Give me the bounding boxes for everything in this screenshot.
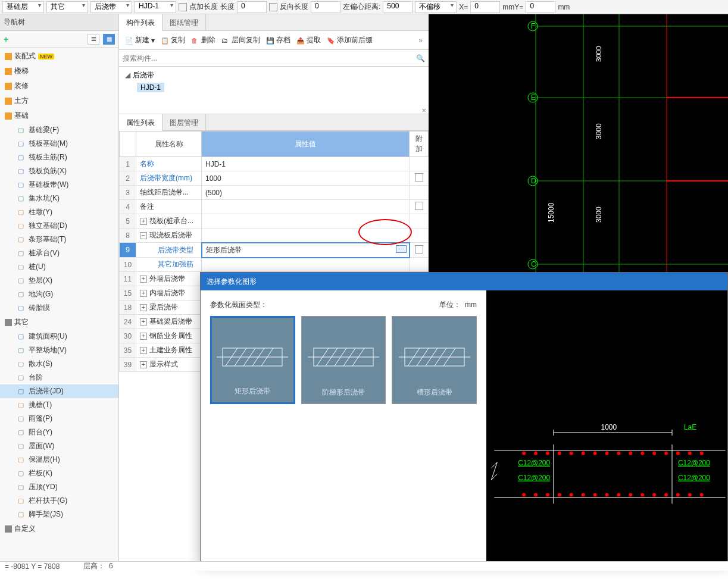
prefix-button[interactable]: 添加前后缀 <box>324 33 375 47</box>
tree-item[interactable]: ▢压顶(YD) <box>0 480 118 494</box>
tree-item[interactable]: ▢栏板(K) <box>0 467 118 480</box>
property-row[interactable]: 9 后浇带类型 矩形后浇带⋯ <box>120 243 429 258</box>
tree-item[interactable]: ▢平整场地(V) <box>0 343 118 357</box>
input-x[interactable]: 0 <box>470 1 500 13</box>
property-row[interactable]: 10 其它加强筋 <box>120 258 429 272</box>
prop-value[interactable] <box>202 214 410 229</box>
svg-text:3000: 3000 <box>595 123 603 139</box>
property-row[interactable]: 8 −现浇板后浇带 <box>120 229 429 243</box>
prop-extra <box>410 186 429 200</box>
prop-value[interactable] <box>202 229 410 243</box>
tree-item[interactable]: ▢后浇带(JD) <box>0 384 118 398</box>
tree-item[interactable]: ▢垫层(X) <box>0 274 118 287</box>
property-row[interactable]: 4 备注 <box>120 200 429 214</box>
input-y[interactable]: 0 <box>526 1 555 13</box>
ellipsis-button[interactable]: ⋯ <box>396 245 407 253</box>
tree-item[interactable]: ▢台阶 <box>0 371 118 384</box>
tree-item[interactable]: ▢砖胎膜 <box>0 301 118 315</box>
dropdown-category[interactable]: 其它 <box>46 1 88 13</box>
component-parent[interactable]: ◢后浇带 <box>125 70 423 80</box>
toolbar-more-icon[interactable]: » <box>416 36 425 45</box>
prop-value[interactable]: (500) <box>202 186 410 200</box>
svg-point-77 <box>700 452 704 455</box>
svg-point-83 <box>700 493 704 497</box>
view-list-icon[interactable]: ☰ <box>88 34 99 45</box>
property-row[interactable]: 5 +筏板(桩承台... <box>120 214 429 229</box>
tree-item[interactable]: ▢阳台(Y) <box>0 425 118 439</box>
tree-item[interactable]: ▢条形基础(T) <box>0 233 118 246</box>
search-input[interactable] <box>123 52 416 64</box>
prop-value[interactable] <box>202 258 410 272</box>
input-length[interactable]: 0 <box>237 1 267 13</box>
add-icon[interactable]: + <box>4 35 8 44</box>
dropdown-offset-mode[interactable]: 不偏移 <box>415 1 457 13</box>
floor-copy-button[interactable]: 层间复制 <box>219 33 263 47</box>
input-offset[interactable]: 500 <box>383 1 413 13</box>
tree-item[interactable]: ▢集水坑(K) <box>0 192 118 205</box>
dropdown-layer[interactable]: 基础层 <box>2 1 44 13</box>
tree-item[interactable]: ▢屋面(W) <box>0 439 118 453</box>
checkbox[interactable] <box>415 245 423 253</box>
tree-item[interactable]: ▢桩(U) <box>0 260 118 274</box>
cat-assembly[interactable]: 装配式NEW <box>0 49 118 64</box>
shape-card[interactable]: 矩形后浇带 <box>210 316 295 404</box>
dropdown-type[interactable]: 后浇带 <box>90 1 132 13</box>
tree-item[interactable]: ▢挑檐(T) <box>0 398 118 412</box>
checkbox[interactable] <box>415 202 423 210</box>
tab-properties[interactable]: 属性列表 <box>119 114 163 131</box>
tree-item[interactable]: ▢筏板基础(M) <box>0 137 118 151</box>
tree-item[interactable]: ▢筏板负筋(X) <box>0 164 118 178</box>
cat-stair[interactable]: 楼梯 <box>0 64 118 79</box>
view-grid-icon[interactable]: ▦ <box>103 34 115 45</box>
input-reverse[interactable]: 0 <box>311 1 340 13</box>
extract-button[interactable]: 提取 <box>294 33 323 47</box>
prop-value[interactable]: 1000 <box>202 171 410 186</box>
shape-card[interactable]: 阶梯形后浇带 <box>301 316 386 404</box>
tab-layers[interactable]: 图层管理 <box>163 114 206 130</box>
archive-icon <box>266 36 274 45</box>
copy-button[interactable]: 复制 <box>158 33 188 47</box>
checkbox-point-length[interactable] <box>179 3 187 11</box>
tree-item[interactable]: ▢桩承台(V) <box>0 246 118 260</box>
property-row[interactable]: 2 后浇带宽度(mm) 1000 <box>120 171 429 186</box>
tree-item[interactable]: ▢保温层(H) <box>0 453 118 467</box>
checkbox[interactable] <box>415 173 423 181</box>
cat-foundation[interactable]: 基础 <box>0 108 118 123</box>
delete-button[interactable]: 删除 <box>189 33 218 47</box>
close-icon[interactable]: × <box>421 106 426 115</box>
tree-item[interactable]: ▢筏板主筋(R) <box>0 151 118 164</box>
svg-text:15000: 15000 <box>547 202 555 223</box>
prop-value[interactable] <box>202 200 410 214</box>
component-selected[interactable]: HJD-1 <box>137 83 164 92</box>
cat-custom[interactable]: 自定义 <box>0 521 118 536</box>
tree-item[interactable]: ▢脚手架(JS) <box>0 508 118 521</box>
property-row[interactable]: 1 名称 HJD-1 <box>120 157 429 171</box>
tab-component-list[interactable]: 构件列表 <box>119 14 163 31</box>
shape-card[interactable]: 槽形后浇带 <box>392 316 477 404</box>
cat-deco[interactable]: 装修 <box>0 79 118 93</box>
prop-value[interactable]: 矩形后浇带⋯ <box>202 243 410 258</box>
tree-item[interactable]: ▢栏杆扶手(G) <box>0 494 118 508</box>
svg-text:C12@200: C12@200 <box>518 459 550 467</box>
archive-button[interactable]: 存档 <box>264 33 293 47</box>
prop-value[interactable]: HJD-1 <box>202 157 410 171</box>
tree-item[interactable]: ▢建筑面积(U) <box>0 330 118 343</box>
tree-item[interactable]: ▢地沟(G) <box>0 287 118 301</box>
tree-item[interactable]: ▢基础板带(W) <box>0 178 118 192</box>
cat-other[interactable]: 其它 <box>0 315 118 330</box>
property-row[interactable]: 3 轴线距后浇带... (500) <box>120 186 429 200</box>
tree-item[interactable]: ▢散水(S) <box>0 357 118 371</box>
item-label: 基础板带(W) <box>29 180 68 190</box>
row-number: 11 <box>120 272 136 286</box>
cat-earth[interactable]: 土方 <box>0 93 118 108</box>
tree-item[interactable]: ▢柱墩(Y) <box>0 205 118 219</box>
dropdown-instance[interactable]: HJD-1 <box>135 1 176 13</box>
tree-item[interactable]: ▢独立基础(D) <box>0 219 118 233</box>
checkbox-reverse[interactable] <box>269 3 277 11</box>
search-icon[interactable]: 🔍 <box>416 54 425 62</box>
tree-item[interactable]: ▢基础梁(F) <box>0 123 118 137</box>
tab-drawing-manage[interactable]: 图纸管理 <box>163 14 206 30</box>
search-row: 🔍 <box>119 50 429 67</box>
tree-item[interactable]: ▢雨篷(P) <box>0 412 118 425</box>
new-button[interactable]: 新建 ▾ <box>123 33 157 47</box>
